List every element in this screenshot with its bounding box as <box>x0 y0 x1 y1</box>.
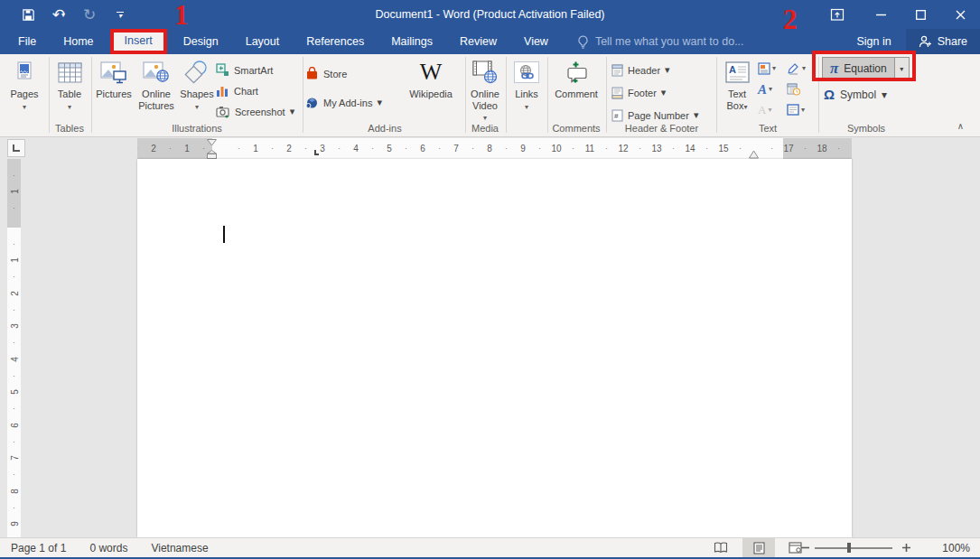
date-time-button[interactable] <box>787 83 816 96</box>
comment-icon <box>565 59 588 86</box>
symbol-dropdown-icon[interactable]: ▾ <box>882 89 887 101</box>
tab-layout[interactable]: Layout <box>235 29 291 54</box>
minimize-button[interactable] <box>861 0 901 29</box>
tab-insert[interactable]: Insert <box>110 29 167 54</box>
online-video-icon <box>472 59 498 86</box>
tab-review[interactable]: Review <box>449 29 508 54</box>
customize-quick-access-button[interactable]: ▾ <box>105 3 135 26</box>
text-box-dropdown-icon[interactable]: ▾ <box>743 103 747 111</box>
zoom-slider-handle[interactable] <box>847 543 851 553</box>
svg-text:A: A <box>729 64 736 75</box>
quick-parts-dropdown-icon[interactable]: ▾ <box>772 64 776 72</box>
object-button[interactable]: ▾ <box>787 104 816 116</box>
pages-dropdown-icon[interactable]: ▾ <box>23 102 26 114</box>
ruler-mark-h: 2 <box>286 138 292 159</box>
symbols-group-label: Symbols <box>820 123 912 134</box>
tab-stop-marker[interactable] <box>314 150 319 155</box>
wordart-dropdown-icon[interactable]: ▾ <box>769 85 772 93</box>
online-pictures-button[interactable]: Online Pictures <box>135 54 178 111</box>
tab-stop-selector[interactable] <box>7 139 25 157</box>
pictures-button[interactable]: Pictures <box>93 54 135 100</box>
ruler-mark-h: · <box>505 138 508 159</box>
pages-button[interactable]: Pages ▾ <box>2 54 47 113</box>
annotation-step-2: 2 <box>783 5 798 33</box>
footer-label: Footer <box>628 88 657 98</box>
ruler-mark-h: 17 <box>783 138 793 159</box>
collapse-ribbon-button[interactable]: ∧ <box>957 121 964 131</box>
text-group-label: Text <box>718 123 817 134</box>
ruler-mark-h: · <box>605 138 608 159</box>
tab-references[interactable]: References <box>295 29 375 54</box>
tab-file[interactable]: File <box>7 29 47 54</box>
chart-button[interactable]: Chart <box>216 80 294 101</box>
shapes-dropdown-icon[interactable]: ▾ <box>195 102 199 114</box>
tab-mailings[interactable]: Mailings <box>380 29 443 54</box>
ruler-mark-v: · <box>13 497 15 517</box>
store-icon <box>305 67 319 80</box>
ruler-mark-v: · <box>13 299 15 320</box>
first-line-indent-marker[interactable] <box>207 139 217 146</box>
share-button[interactable]: Share <box>906 29 980 54</box>
links-button[interactable]: Links ▾ <box>507 54 546 113</box>
ruler-mark-h: 11 <box>585 138 594 159</box>
zoom-out-button[interactable] <box>797 538 813 557</box>
word-count[interactable]: 0 words <box>89 542 127 554</box>
table-button[interactable]: Table ▾ <box>50 54 89 113</box>
screenshot-dropdown-icon[interactable]: ▾ <box>290 106 295 117</box>
my-addins-dropdown-icon[interactable]: ▾ <box>377 97 382 108</box>
drop-cap-button[interactable]: A▾ <box>758 104 787 116</box>
read-mode-button[interactable] <box>705 538 737 557</box>
save-button[interactable] <box>13 3 43 26</box>
footer-button[interactable]: Footer ▾ <box>611 82 715 103</box>
redo-button[interactable]: ↻ <box>74 3 105 26</box>
page-count[interactable]: Page 1 of 1 <box>11 542 66 554</box>
links-dropdown-icon[interactable]: ▾ <box>525 102 528 114</box>
object-dropdown-icon[interactable]: ▾ <box>801 106 805 114</box>
vertical-ruler[interactable]: ·1··1·2·3·4·5·6·7·8·9· <box>7 159 21 537</box>
right-indent-marker[interactable] <box>749 150 759 159</box>
smartart-button[interactable]: SmartArt <box>216 60 294 80</box>
online-video-button[interactable]: Online Video ▾ <box>466 54 504 125</box>
maximize-button[interactable] <box>901 0 940 29</box>
zoom-slider-track[interactable] <box>815 547 892 549</box>
wordart-button[interactable]: A▾ <box>758 83 787 96</box>
screenshot-button[interactable]: Screenshot ▾ <box>216 101 294 122</box>
ruler-mark-h: 9 <box>520 138 526 159</box>
language-indicator[interactable]: Vietnamese <box>151 542 208 554</box>
wikipedia-button[interactable]: W Wikipedia <box>401 54 461 100</box>
undo-dropdown-icon[interactable]: ▾ <box>61 11 65 19</box>
close-button[interactable] <box>940 0 980 29</box>
header-dropdown-icon[interactable]: ▾ <box>665 64 670 76</box>
zoom-in-button[interactable] <box>898 538 914 557</box>
wordart-icon: A <box>758 83 767 96</box>
page-number-dropdown-icon[interactable]: ▾ <box>694 109 699 121</box>
title-bar: ↶▾ ↻ ▾ Document1 - Word (Product Activat… <box>0 0 980 29</box>
quick-parts-button[interactable]: ▾ <box>758 62 787 75</box>
ruler-mark-h: · <box>837 138 840 159</box>
ribbon-display-options-button[interactable] <box>819 0 855 29</box>
tell-me-box[interactable]: Tell me what you want to do... <box>577 29 744 54</box>
header-button[interactable]: Header ▾ <box>611 60 715 80</box>
tab-home[interactable]: Home <box>52 29 104 54</box>
shapes-button[interactable]: Shapes ▾ <box>178 54 216 113</box>
horizontal-ruler[interactable]: ·2·1··1·2·3·4·5·6·7·8·9·10·11·12·13·14·1… <box>137 138 852 159</box>
comment-button[interactable]: Comment <box>548 54 604 100</box>
table-dropdown-icon[interactable]: ▾ <box>68 102 71 114</box>
tab-view[interactable]: View <box>513 29 559 54</box>
zoom-level[interactable]: 100% <box>925 538 970 557</box>
text-box-button[interactable]: A Text Box▾ <box>718 54 756 113</box>
footer-dropdown-icon[interactable]: ▾ <box>661 87 667 98</box>
ruler-mark-h: 12 <box>618 138 628 159</box>
undo-button[interactable]: ↶▾ <box>43 3 74 26</box>
document-workspace: ·2·1··1·2·3·4·5·6·7·8·9·10·11·12·13·14·1… <box>0 137 980 537</box>
drop-cap-dropdown-icon[interactable]: ▾ <box>768 106 771 114</box>
left-indent-marker[interactable] <box>207 150 217 159</box>
ruler-left-margin <box>137 138 212 159</box>
table-icon <box>58 59 82 86</box>
signature-line-dropdown-icon[interactable]: ▾ <box>802 64 806 72</box>
svg-text:#: # <box>614 112 619 120</box>
document-page[interactable] <box>137 159 852 537</box>
tab-design[interactable]: Design <box>173 29 229 54</box>
print-layout-button[interactable] <box>742 538 775 557</box>
symbol-button[interactable]: Ω Symbol ▾ <box>824 87 887 102</box>
